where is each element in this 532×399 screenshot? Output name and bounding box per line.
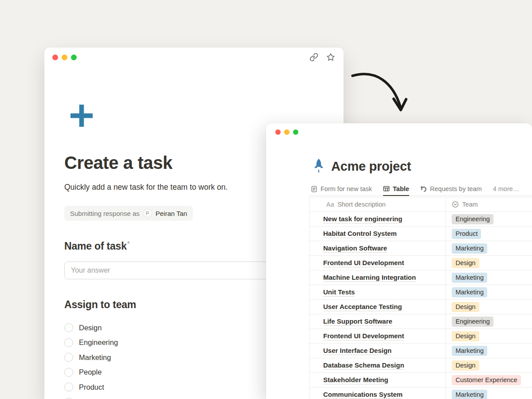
zoom-window-button[interactable] [293,129,298,135]
team-option-label: Product [79,383,104,391]
team-tag[interactable]: Marketing [452,287,487,297]
radio-button-icon[interactable] [64,383,73,391]
table-row[interactable]: Frontend UI Development Design [309,256,532,270]
team-tag[interactable]: Engineering [452,317,493,327]
task-title-cell[interactable]: Machine Learning Integration [309,270,446,285]
required-asterisk: * [127,240,130,248]
team-cell[interactable]: Engineering [446,314,532,329]
team-tag[interactable]: Marketing [452,273,487,283]
team-cell[interactable]: Product [446,227,532,241]
radio-button-icon[interactable] [64,353,73,362]
team-cell[interactable]: Marketing [446,241,532,255]
star-icon[interactable] [326,52,336,62]
submitting-as-chip: Submitting response as P Peiran Tan [64,206,193,221]
task-title[interactable]: Machine Learning Integration [323,274,416,282]
team-tag[interactable]: Design [452,258,479,268]
table-row[interactable]: User Acceptance Testing Design [309,300,532,314]
avatar: P [143,209,152,218]
task-title[interactable]: User Interface Design [323,347,391,355]
radio-button-icon[interactable] [64,398,73,399]
task-title-cell[interactable]: User Acceptance Testing [309,300,446,314]
table-row[interactable]: New task for engineering Engineering [309,212,532,227]
minimize-window-button[interactable] [284,129,289,135]
tab-requests-by-team[interactable]: Requests by team [420,182,482,196]
team-cell[interactable]: Customer Experience [446,373,532,387]
team-option-label: People [79,368,102,376]
table-row[interactable]: Frontend UI Development Design [309,329,532,344]
radio-button-icon[interactable] [64,338,73,347]
task-title-cell[interactable]: Habitat Control System [309,227,446,241]
text-property-icon: Aa [326,201,334,208]
team-cell[interactable]: Engineering [446,212,532,226]
table-row[interactable]: Stakeholder Meeting Customer Experience [309,373,532,387]
window-controls [275,129,298,135]
team-tag[interactable]: Engineering [452,214,493,224]
tab-table[interactable]: Table [383,182,409,196]
task-title-cell[interactable]: User Interface Design [309,344,446,358]
task-title[interactable]: Life Support Software [323,317,392,326]
radio-button-icon[interactable] [64,368,73,377]
task-title-cell[interactable]: Frontend UI Development [309,329,446,343]
task-title[interactable]: Unit Tests [323,288,355,297]
select-property-icon [452,201,459,208]
team-tag[interactable]: Design [452,360,479,371]
team-cell[interactable]: Design [446,256,532,270]
link-icon[interactable] [309,52,319,62]
task-title[interactable]: New task for engineering [323,215,402,223]
team-cell[interactable]: Design [446,300,532,314]
task-title-cell[interactable]: Life Support Software [309,314,446,329]
team-tag[interactable]: Product [452,229,481,239]
task-title-cell[interactable]: Frontend UI Development [309,256,446,270]
table-row[interactable]: User Interface Design Marketing [309,344,532,358]
task-title-cell[interactable]: Database Schema Design [309,358,446,372]
team-tag[interactable]: Marketing [452,390,487,399]
team-tag[interactable]: Design [452,331,479,341]
team-tag[interactable]: Design [452,302,479,312]
task-title-cell[interactable]: Navigation Software [309,241,446,255]
task-title[interactable]: Frontend UI Development [323,259,404,267]
task-title[interactable]: Stakeholder Meeting [323,376,388,384]
team-tag[interactable]: Marketing [452,346,487,356]
table-row[interactable]: Communications System Marketing [309,387,532,399]
table-row[interactable]: Database Schema Design Design [309,358,532,373]
minimize-window-button[interactable] [62,55,67,60]
close-window-button[interactable] [275,129,281,135]
form-window-titlebar [44,47,344,67]
submitting-as-label: Submitting response as [70,210,140,217]
task-title[interactable]: Frontend UI Development [323,332,404,340]
team-tag[interactable]: Marketing [452,243,487,254]
task-title-cell[interactable]: Unit Tests [309,285,446,299]
table-row[interactable]: Navigation Software Marketing [309,241,532,256]
tab-more[interactable]: 4 more… [493,182,520,196]
task-title-cell[interactable]: Stakeholder Meeting [309,373,446,387]
page-title: Acme project [331,159,411,174]
form-view-icon [311,186,317,192]
table-row[interactable]: Machine Learning Integration Marketing [309,270,532,285]
zoom-window-button[interactable] [71,55,77,60]
column-header-team[interactable]: Team [446,197,532,211]
task-title[interactable]: User Acceptance Testing [323,303,402,311]
team-tag[interactable]: Customer Experience [452,375,520,385]
task-title[interactable]: Database Schema Design [323,361,404,370]
team-cell[interactable]: Marketing [446,285,532,299]
task-title[interactable]: Navigation Software [323,244,387,253]
table-row[interactable]: Habitat Control System Product [309,227,532,241]
team-cell[interactable]: Marketing [446,344,532,358]
team-cell[interactable]: Design [446,358,532,372]
radio-button-icon[interactable] [64,323,73,332]
page-background: Create a task Quickly add a new task for… [0,0,532,399]
close-window-button[interactable] [52,55,58,60]
tab-form-for-new-task[interactable]: Form for new task [311,182,372,196]
team-cell[interactable]: Marketing [446,270,532,285]
task-title[interactable]: Habitat Control System [323,230,397,238]
submitting-user-name: Peiran Tan [156,210,187,217]
team-cell[interactable]: Marketing [446,387,532,399]
team-option-label: Marketing [79,353,111,362]
team-cell[interactable]: Design [446,329,532,343]
task-title-cell[interactable]: New task for engineering [309,212,446,226]
column-header-short-description[interactable]: Aa Short description [309,197,446,211]
task-title[interactable]: Communications System [323,391,403,399]
table-row[interactable]: Life Support Software Engineering [309,314,532,329]
task-title-cell[interactable]: Communications System [309,387,446,399]
table-row[interactable]: Unit Tests Marketing [309,285,532,300]
